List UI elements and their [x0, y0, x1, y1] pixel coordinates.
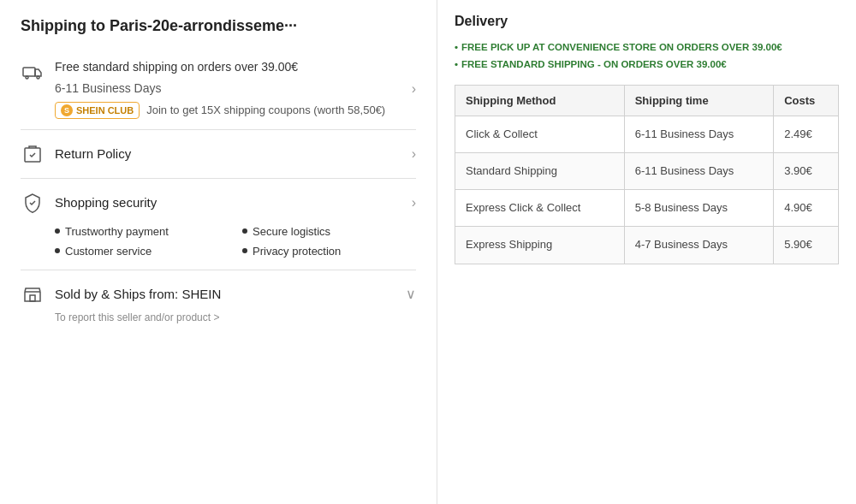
- table-row: Express Click & Collect 5-8 Business Day…: [455, 190, 839, 227]
- security-chevron-icon: ›: [412, 195, 416, 210]
- delivery-bullet-2-text: FREE STANDARD SHIPPING - ON ORDERS OVER …: [461, 56, 727, 72]
- bullet-secure-text: Secure logistics: [253, 225, 330, 238]
- security-bullets: Trustworthy payment Secure logistics Cus…: [21, 225, 416, 258]
- shopping-security-section: Shopping security › Trustworthy payment …: [21, 179, 416, 270]
- svg-rect-0: [23, 68, 35, 76]
- time-express-click: 5-8 Business Days: [624, 190, 773, 227]
- table-header-row: Shipping Method Shipping time Costs: [455, 85, 839, 116]
- time-click-collect: 6-11 Business Days: [624, 116, 773, 152]
- table-row: Standard Shipping 6-11 Business Days 3.9…: [455, 152, 839, 189]
- method-express-click: Express Click & Collect: [455, 190, 625, 227]
- delivery-title: Delivery: [455, 14, 839, 29]
- bullet-trustworthy: Trustworthy payment: [55, 225, 229, 238]
- security-header[interactable]: Shopping security ›: [21, 191, 416, 215]
- shipping-days: 6-11 Business Days: [55, 81, 405, 95]
- col-header-costs: Costs: [774, 85, 839, 116]
- return-policy-label: Return Policy: [55, 146, 131, 161]
- shein-club-promo-text: Join to get 15X shipping coupons (worth …: [146, 104, 385, 116]
- security-label: Shopping security: [55, 195, 157, 210]
- bullet-customer: Customer service: [55, 245, 229, 258]
- bullet-dot-icon: [242, 228, 247, 234]
- bullet-dot-icon: [242, 248, 247, 253]
- svg-point-2: [37, 76, 39, 79]
- cost-standard: 3.90€: [774, 152, 839, 189]
- sold-by-sub-text: To report this seller and/or product >: [55, 311, 219, 323]
- shipping-title: Shipping to Paris-20e-arrondisseme···: [21, 17, 416, 35]
- bullet-trustworthy-text: Trustworthy payment: [65, 225, 169, 238]
- return-policy-row[interactable]: Return Policy ›: [21, 130, 416, 179]
- bullet-dot-icon: [55, 228, 60, 234]
- store-icon: [21, 282, 45, 306]
- method-standard: Standard Shipping: [455, 152, 625, 189]
- shein-s-icon: S: [61, 104, 73, 116]
- return-policy-chevron-icon: ›: [412, 146, 416, 162]
- col-header-method: Shipping Method: [455, 85, 625, 116]
- bullet-secure: Secure logistics: [242, 225, 416, 238]
- sold-by-chevron-icon: ∨: [406, 286, 416, 302]
- svg-rect-4: [30, 295, 35, 301]
- shein-club-row[interactable]: S SHEIN CLUB Join to get 15X shipping co…: [55, 102, 405, 119]
- method-click-collect: Click & Collect: [455, 116, 625, 152]
- shein-club-badge[interactable]: S SHEIN CLUB: [55, 102, 140, 119]
- bullet-customer-text: Customer service: [65, 245, 152, 258]
- shield-icon: [21, 191, 45, 215]
- left-panel: Shipping to Paris-20e-arrondisseme··· Fr…: [0, 0, 437, 504]
- bullet-dot-icon: [55, 248, 60, 253]
- shein-club-label: SHEIN CLUB: [76, 105, 134, 116]
- cost-click-collect: 2.49€: [774, 116, 839, 152]
- sold-by-label: Sold by & Ships from: SHEIN: [55, 287, 221, 301]
- delivery-bullet-2: FREE STANDARD SHIPPING - ON ORDERS OVER …: [455, 56, 839, 72]
- method-express: Express Shipping: [455, 227, 625, 264]
- shipping-info: Free standard shipping on orders over 39…: [55, 59, 405, 119]
- time-express: 4-7 Business Days: [624, 227, 773, 264]
- shipping-table: Shipping Method Shipping time Costs Clic…: [455, 85, 839, 264]
- shipping-chevron-icon: ›: [412, 81, 416, 97]
- delivery-bullet-1-text: FREE PICK UP AT CONVENIENCE STORE ON ORD…: [461, 39, 782, 55]
- table-row: Click & Collect 6-11 Business Days 2.49€: [455, 116, 839, 152]
- bullet-privacy: Privacy protection: [242, 245, 416, 258]
- right-panel: Delivery FREE PICK UP AT CONVENIENCE STO…: [437, 0, 856, 504]
- sold-by-section: Sold by & Ships from: SHEIN ∨ To report …: [21, 270, 416, 335]
- delivery-info: FREE PICK UP AT CONVENIENCE STORE ON ORD…: [455, 39, 839, 73]
- cost-express-click: 4.90€: [774, 190, 839, 227]
- sold-by-sub[interactable]: To report this seller and/or product >: [21, 311, 416, 323]
- bullet-privacy-text: Privacy protection: [253, 245, 341, 258]
- table-row: Express Shipping 4-7 Business Days 5.90€: [455, 227, 839, 264]
- svg-point-1: [26, 76, 28, 79]
- col-header-time: Shipping time: [624, 85, 773, 116]
- free-shipping-text: Free standard shipping on orders over 39…: [55, 59, 405, 76]
- cost-express: 5.90€: [774, 227, 839, 264]
- return-icon: [21, 142, 45, 166]
- truck-icon: [21, 59, 45, 83]
- time-standard: 6-11 Business Days: [624, 152, 773, 189]
- sold-by-header[interactable]: Sold by & Ships from: SHEIN ∨: [21, 282, 416, 306]
- free-shipping-row[interactable]: Free standard shipping on orders over 39…: [21, 49, 416, 130]
- delivery-bullet-1: FREE PICK UP AT CONVENIENCE STORE ON ORD…: [455, 39, 839, 55]
